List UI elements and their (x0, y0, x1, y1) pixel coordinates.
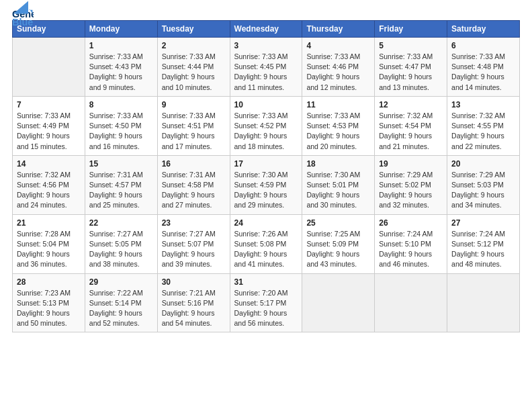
day-info: Sunrise: 7:33 AM Sunset: 4:49 PM Dayligh… (17, 111, 81, 152)
day-number: 29 (89, 277, 153, 287)
calendar-cell (13, 38, 85, 97)
day-info: Sunrise: 7:33 AM Sunset: 4:51 PM Dayligh… (162, 111, 226, 152)
weekday-header-saturday: Saturday (447, 21, 520, 38)
day-number: 8 (89, 100, 153, 109)
day-info: Sunrise: 7:32 AM Sunset: 4:54 PM Dayligh… (379, 111, 443, 152)
day-number: 23 (162, 218, 226, 228)
day-number: 15 (89, 159, 153, 169)
weekday-header-wednesday: Wednesday (230, 21, 302, 38)
day-info: Sunrise: 7:30 AM Sunset: 5:01 PM Dayligh… (306, 170, 370, 211)
calendar-cell: 17Sunrise: 7:30 AM Sunset: 4:59 PM Dayli… (230, 155, 302, 214)
day-info: Sunrise: 7:21 AM Sunset: 5:16 PM Dayligh… (162, 288, 226, 329)
day-info: Sunrise: 7:23 AM Sunset: 5:13 PM Dayligh… (17, 288, 81, 329)
day-info: Sunrise: 7:30 AM Sunset: 4:59 PM Dayligh… (234, 170, 298, 211)
day-info: Sunrise: 7:33 AM Sunset: 4:48 PM Dayligh… (451, 52, 515, 93)
day-number: 24 (234, 218, 298, 228)
calendar-cell: 24Sunrise: 7:26 AM Sunset: 5:08 PM Dayli… (230, 214, 302, 273)
day-number: 14 (17, 159, 81, 169)
svg-marker-3 (13, 1, 28, 13)
day-info: Sunrise: 7:24 AM Sunset: 5:10 PM Dayligh… (379, 229, 443, 270)
calendar-cell: 2Sunrise: 7:33 AM Sunset: 4:44 PM Daylig… (157, 38, 230, 97)
day-number: 17 (234, 159, 298, 169)
week-row-5: 28Sunrise: 7:23 AM Sunset: 5:13 PM Dayli… (13, 273, 520, 332)
page: General Blue SundayMondayT (0, 0, 532, 411)
day-number: 20 (451, 159, 515, 169)
day-number: 5 (379, 41, 443, 50)
calendar-cell: 18Sunrise: 7:30 AM Sunset: 5:01 PM Dayli… (302, 155, 375, 214)
calendar-cell: 19Sunrise: 7:29 AM Sunset: 5:02 PM Dayli… (375, 155, 447, 214)
day-number: 26 (379, 218, 443, 228)
day-number: 30 (162, 277, 226, 287)
calendar-cell: 29Sunrise: 7:22 AM Sunset: 5:14 PM Dayli… (85, 273, 157, 332)
day-number: 1 (89, 41, 153, 50)
day-number: 28 (17, 277, 81, 287)
day-number: 2 (162, 41, 226, 50)
day-info: Sunrise: 7:32 AM Sunset: 4:55 PM Dayligh… (451, 111, 515, 152)
calendar-cell (375, 273, 447, 332)
day-info: Sunrise: 7:28 AM Sunset: 5:04 PM Dayligh… (17, 229, 81, 270)
calendar-cell: 31Sunrise: 7:20 AM Sunset: 5:17 PM Dayli… (230, 273, 302, 332)
calendar-cell (447, 273, 520, 332)
calendar-cell: 12Sunrise: 7:32 AM Sunset: 4:54 PM Dayli… (375, 96, 447, 155)
day-number: 6 (451, 41, 515, 50)
logo-arrow-icon (13, 0, 28, 15)
week-row-4: 21Sunrise: 7:28 AM Sunset: 5:04 PM Dayli… (13, 214, 520, 273)
calendar-cell: 11Sunrise: 7:33 AM Sunset: 4:53 PM Dayli… (302, 96, 375, 155)
week-row-1: 1Sunrise: 7:33 AM Sunset: 4:43 PM Daylig… (13, 38, 520, 97)
day-info: Sunrise: 7:31 AM Sunset: 4:57 PM Dayligh… (89, 170, 153, 211)
day-info: Sunrise: 7:26 AM Sunset: 5:08 PM Dayligh… (234, 229, 298, 270)
week-row-3: 14Sunrise: 7:32 AM Sunset: 4:56 PM Dayli… (13, 155, 520, 214)
calendar-cell: 21Sunrise: 7:28 AM Sunset: 5:04 PM Dayli… (13, 214, 85, 273)
day-number: 7 (17, 100, 81, 109)
calendar-cell: 26Sunrise: 7:24 AM Sunset: 5:10 PM Dayli… (375, 214, 447, 273)
calendar-cell: 22Sunrise: 7:27 AM Sunset: 5:05 PM Dayli… (85, 214, 157, 273)
calendar-cell: 5Sunrise: 7:33 AM Sunset: 4:47 PM Daylig… (375, 38, 447, 97)
calendar-cell: 23Sunrise: 7:27 AM Sunset: 5:07 PM Dayli… (157, 214, 230, 273)
day-number: 18 (306, 159, 370, 169)
calendar-table: SundayMondayTuesdayWednesdayThursdayFrid… (12, 20, 520, 332)
day-info: Sunrise: 7:33 AM Sunset: 4:46 PM Dayligh… (306, 52, 370, 93)
day-info: Sunrise: 7:33 AM Sunset: 4:52 PM Dayligh… (234, 111, 298, 152)
weekday-header-monday: Monday (85, 21, 157, 38)
day-number: 12 (379, 100, 443, 109)
day-number: 4 (306, 41, 370, 50)
day-info: Sunrise: 7:33 AM Sunset: 4:44 PM Dayligh… (162, 52, 226, 93)
calendar-cell: 14Sunrise: 7:32 AM Sunset: 4:56 PM Dayli… (13, 155, 85, 214)
weekday-header-row: SundayMondayTuesdayWednesdayThursdayFrid… (13, 21, 520, 38)
day-info: Sunrise: 7:33 AM Sunset: 4:43 PM Dayligh… (89, 52, 153, 93)
calendar-cell: 20Sunrise: 7:29 AM Sunset: 5:03 PM Dayli… (447, 155, 520, 214)
calendar-cell: 15Sunrise: 7:31 AM Sunset: 4:57 PM Dayli… (85, 155, 157, 214)
logo: General Blue (12, 7, 35, 15)
day-number: 13 (451, 100, 515, 109)
day-info: Sunrise: 7:24 AM Sunset: 5:12 PM Dayligh… (451, 229, 515, 270)
day-number: 21 (17, 218, 81, 228)
day-info: Sunrise: 7:27 AM Sunset: 5:07 PM Dayligh… (162, 229, 226, 270)
day-number: 3 (234, 41, 298, 50)
day-number: 27 (451, 218, 515, 228)
day-number: 25 (306, 218, 370, 228)
calendar-cell: 13Sunrise: 7:32 AM Sunset: 4:55 PM Dayli… (447, 96, 520, 155)
day-number: 11 (306, 100, 370, 109)
day-info: Sunrise: 7:29 AM Sunset: 5:03 PM Dayligh… (451, 170, 515, 211)
calendar-cell: 30Sunrise: 7:21 AM Sunset: 5:16 PM Dayli… (157, 273, 230, 332)
calendar-cell: 1Sunrise: 7:33 AM Sunset: 4:43 PM Daylig… (85, 38, 157, 97)
calendar-cell (302, 273, 375, 332)
weekday-header-friday: Friday (375, 21, 447, 38)
weekday-header-tuesday: Tuesday (157, 21, 230, 38)
calendar-cell: 28Sunrise: 7:23 AM Sunset: 5:13 PM Dayli… (13, 273, 85, 332)
day-info: Sunrise: 7:33 AM Sunset: 4:50 PM Dayligh… (89, 111, 153, 152)
day-number: 16 (162, 159, 226, 169)
day-info: Sunrise: 7:33 AM Sunset: 4:53 PM Dayligh… (306, 111, 370, 152)
calendar-cell: 27Sunrise: 7:24 AM Sunset: 5:12 PM Dayli… (447, 214, 520, 273)
header: General Blue (12, 7, 520, 15)
day-info: Sunrise: 7:33 AM Sunset: 4:47 PM Dayligh… (379, 52, 443, 93)
day-info: Sunrise: 7:31 AM Sunset: 4:58 PM Dayligh… (162, 170, 226, 211)
calendar-cell: 4Sunrise: 7:33 AM Sunset: 4:46 PM Daylig… (302, 38, 375, 97)
calendar-cell: 10Sunrise: 7:33 AM Sunset: 4:52 PM Dayli… (230, 96, 302, 155)
day-info: Sunrise: 7:25 AM Sunset: 5:09 PM Dayligh… (306, 229, 370, 270)
day-info: Sunrise: 7:20 AM Sunset: 5:17 PM Dayligh… (234, 288, 298, 329)
calendar-cell: 6Sunrise: 7:33 AM Sunset: 4:48 PM Daylig… (447, 38, 520, 97)
day-number: 22 (89, 218, 153, 228)
day-info: Sunrise: 7:33 AM Sunset: 4:45 PM Dayligh… (234, 52, 298, 93)
calendar-cell: 16Sunrise: 7:31 AM Sunset: 4:58 PM Dayli… (157, 155, 230, 214)
